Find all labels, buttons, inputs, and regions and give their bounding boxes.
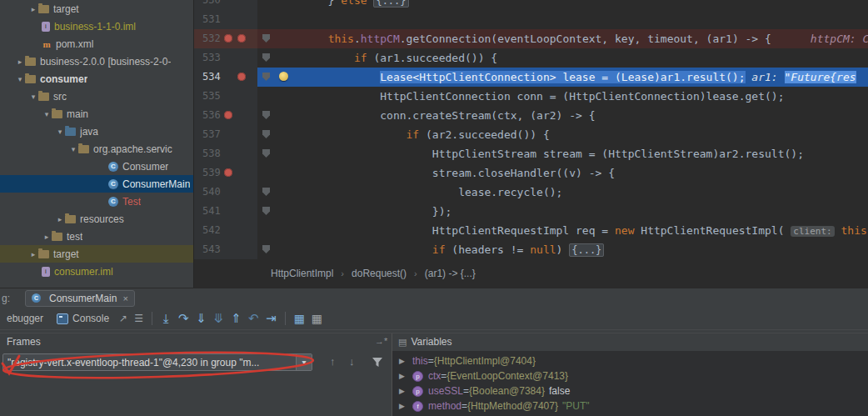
gutter[interactable]: 535	[194, 87, 257, 106]
tab-console[interactable]: Console	[50, 308, 116, 329]
tree-item-pom-xml[interactable]: pom.xml	[0, 35, 193, 53]
breakpoint-icon[interactable]	[224, 111, 232, 119]
tree-item-src[interactable]: ▾ src	[0, 88, 193, 105]
breakpoint-icon[interactable]	[237, 73, 246, 81]
gutter[interactable]: 538	[194, 144, 257, 163]
code-text[interactable]: });	[276, 202, 868, 221]
tree-item-consumer-class[interactable]: Consumer	[0, 158, 193, 175]
code-line[interactable]: 530 } else {...}	[194, 0, 868, 10]
tree-item-consumermain-class[interactable]: ConsumerMain	[0, 175, 193, 193]
chevron-down-icon[interactable]: ▾	[55, 128, 65, 136]
tree-item-business-module[interactable]: ▸ business-2.0.0 [business-2-0-	[0, 53, 193, 70]
chevron-right-icon[interactable]: ▸	[28, 5, 38, 13]
code-line-execution-point[interactable]: 534 Lease<HttpClientConnection> lease = …	[194, 68, 868, 87]
code-text[interactable]: HttpClientRequestImpl req = new HttpClie…	[276, 221, 868, 240]
tree-item-target[interactable]: ▸ target	[0, 0, 193, 18]
code-text[interactable]: Lease<HttpClientConnection> lease = (Lea…	[276, 68, 868, 87]
breakpoint-icon[interactable]	[237, 34, 246, 43]
gutter[interactable]: 543	[194, 240, 257, 259]
drop-frame-icon[interactable]: ↶	[245, 311, 262, 326]
tree-item-consumer-iml[interactable]: consumer.iml	[0, 263, 193, 280]
code-line[interactable]: 536 conn.createStream(ctx, (ar2) -> {	[194, 106, 868, 125]
code-line[interactable]: 531	[194, 10, 868, 29]
thread-selector-dropdown[interactable]: "registry-vert.x-eventloop-thread-1"@4,2…	[2, 353, 312, 371]
gutter[interactable]: 540	[194, 183, 257, 202]
code-text[interactable]: lease.recycle();	[276, 183, 868, 202]
code-line[interactable]: 540 lease.recycle();	[194, 183, 868, 202]
chevron-down-icon[interactable]: ▾	[42, 110, 52, 118]
code-line[interactable]: 537 if (ar2.succeeded()) {	[194, 125, 868, 144]
tree-item-package[interactable]: ▾ org.apache.servic	[0, 140, 193, 158]
close-icon[interactable]: ×	[122, 293, 127, 303]
intention-bulb-icon[interactable]	[279, 72, 288, 81]
tree-item-consumer[interactable]: ▾ consumer	[0, 70, 193, 88]
code-line[interactable]: 543 if (headers != null) {...}	[194, 240, 868, 259]
gutter[interactable]: 541	[194, 202, 257, 221]
tree-item-test-class[interactable]: Test	[0, 193, 193, 210]
gutter[interactable]: 536	[194, 106, 257, 125]
code-text[interactable]: if (ar1.succeeded()) {	[276, 48, 868, 68]
view-breakpoints-icon[interactable]: ▦	[291, 312, 308, 325]
run-to-cursor-icon[interactable]: ⇥	[262, 311, 280, 326]
mute-breakpoints-icon[interactable]: ▦	[308, 312, 326, 325]
breadcrumb-item[interactable]: (ar1) -> {...}	[425, 268, 476, 279]
gutter[interactable]: 542	[194, 221, 257, 240]
force-step-into-icon[interactable]: ⤋	[210, 311, 227, 326]
filter-funnel-icon[interactable]	[372, 357, 383, 368]
gutter[interactable]: 530	[194, 0, 257, 10]
chevron-right-icon[interactable]: ▶	[399, 357, 407, 365]
variable-row[interactable]: ▶ p ctx = {EventLoopContext@7413}	[392, 368, 868, 383]
tree-item-target-folder[interactable]: ▸ target	[0, 245, 193, 263]
tab-debugger[interactable]: ebugger	[0, 308, 50, 329]
code-text[interactable]: this.httpCM.getConnection(eventLoopConte…	[276, 29, 868, 48]
chevron-right-icon[interactable]: ▶	[399, 372, 407, 380]
code-line[interactable]: 533 if (ar1.succeeded()) {	[194, 48, 868, 68]
variable-row[interactable]: ▶ this = {HttpClientImpl@7404}	[392, 353, 868, 368]
breadcrumb-item[interactable]: HttpClientImpl	[271, 268, 333, 279]
breakpoint-icon[interactable]	[224, 168, 232, 177]
gutter[interactable]: 537	[194, 125, 257, 144]
variable-row[interactable]: ▶ p useSSL = {Boolean@7384} false	[392, 383, 868, 398]
code-text[interactable]: HttpClientConnection conn = (HttpClientC…	[276, 87, 868, 106]
code-text[interactable]: HttpClientStream stream = (HttpClientStr…	[276, 144, 868, 163]
step-out-icon[interactable]: ⇑	[227, 311, 245, 326]
chevron-right-icon[interactable]: ▸	[28, 250, 38, 258]
chevron-right-icon[interactable]: ▸	[15, 58, 25, 66]
next-frame-icon[interactable]: ↓	[349, 355, 355, 368]
code-text[interactable]: stream.closeHandler((v) -> {	[276, 163, 868, 183]
gutter[interactable]: 531	[194, 10, 257, 29]
chevron-right-icon[interactable]: ▸	[55, 215, 65, 223]
chevron-down-icon[interactable]: ▾	[68, 145, 78, 153]
code-line[interactable]: 539 stream.closeHandler((v) -> {	[194, 163, 868, 183]
code-text[interactable]: if (headers != null) {...}	[276, 240, 868, 259]
breakpoint-icon[interactable]	[224, 34, 232, 43]
gutter[interactable]: 533	[194, 48, 257, 68]
gutter[interactable]: 534	[194, 68, 257, 87]
show-execution-point-icon[interactable]: ⤓	[157, 311, 175, 326]
debug-session-tab[interactable]: ConsumerMain ×	[25, 290, 135, 307]
step-over-icon[interactable]: ↷	[175, 311, 192, 326]
code-line-breakpoint[interactable]: 532 this.httpCM.getConnection(eventLoopC…	[194, 29, 868, 48]
step-into-icon[interactable]: ⇓	[192, 311, 210, 326]
code-text[interactable]: if (ar2.succeeded()) {	[276, 125, 868, 144]
folded-code[interactable]: {...}	[569, 243, 604, 257]
chevron-right-icon[interactable]: ▶	[399, 402, 407, 410]
breadcrumb-item[interactable]: doRequest()	[352, 268, 407, 279]
pin-tab-icon[interactable]: ↗	[116, 313, 131, 324]
code-line[interactable]: 535 HttpClientConnection conn = (HttpCli…	[194, 87, 868, 106]
code-line[interactable]: 538 HttpClientStream stream = (HttpClien…	[194, 144, 868, 163]
gutter[interactable]: 532	[194, 29, 257, 48]
chevron-down-icon[interactable]: ▾	[296, 354, 312, 370]
tree-item-business-iml[interactable]: business-1-1-0.iml	[0, 18, 193, 35]
layout-settings-icon[interactable]: ☰	[131, 313, 147, 324]
folded-code[interactable]: {...}	[373, 0, 408, 8]
chevron-down-icon[interactable]: ▾	[28, 93, 38, 101]
code-editor[interactable]: 530 } else {...} 531 532 this.httpCM.get…	[194, 0, 868, 259]
tree-item-java[interactable]: ▾ java	[0, 123, 193, 140]
chevron-down-icon[interactable]: ▾	[15, 75, 25, 83]
code-text[interactable]: } else {...}	[276, 0, 868, 10]
variable-row[interactable]: ▶ f method = {HttpMethod@7407} "PUT"	[392, 398, 868, 413]
code-line[interactable]: 541 });	[194, 202, 868, 221]
tree-item-test-folder[interactable]: ▸ test	[0, 228, 193, 245]
tree-item-resources[interactable]: ▸ resources	[0, 210, 193, 228]
